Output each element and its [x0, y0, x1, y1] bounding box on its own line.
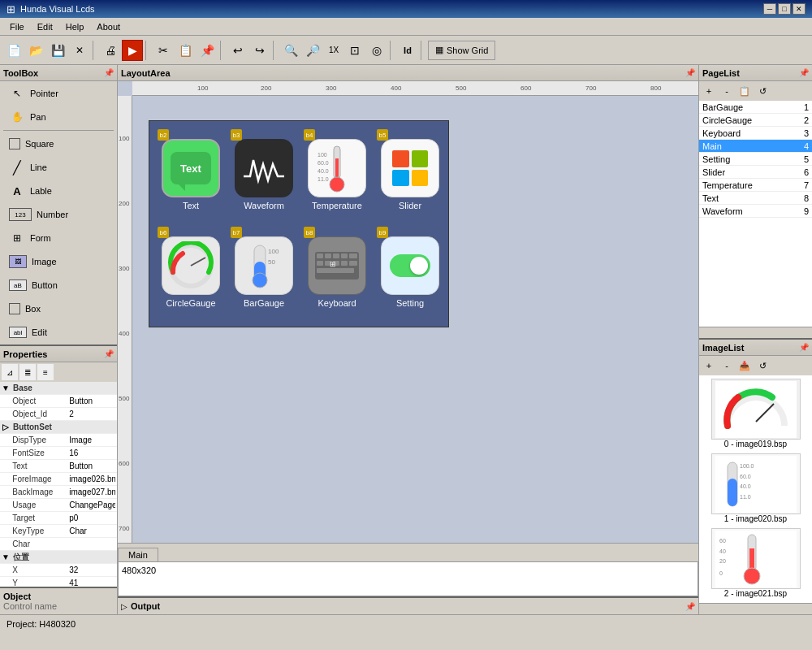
pagelist-row[interactable]: Keyboard3 [699, 127, 812, 140]
new-button[interactable]: 📄 [3, 40, 24, 61]
menu-edit[interactable]: Edit [31, 20, 59, 33]
circle-icon-label: CircleGauge [166, 298, 215, 308]
svg-line-8 [191, 258, 205, 266]
image-item-1[interactable]: 100.0 60.0 40.0 11.0 1 - image020.bsp [702, 453, 809, 523]
tool-edit[interactable]: abl Edit [2, 321, 115, 344]
zoom-1x-button[interactable]: 1X [324, 40, 343, 61]
tool-box[interactable]: Box [2, 297, 115, 320]
layout-content[interactable]: 100 200 300 400 500 600 700 800 100 200 … [118, 81, 698, 543]
paste-button[interactable]: 📌 [197, 40, 218, 61]
pagelist-scrollbar[interactable] [699, 327, 812, 338]
tool-form[interactable]: ⊞ Form [2, 227, 115, 249]
target-row[interactable]: Target p0 [0, 512, 117, 525]
zoom-fit-button[interactable]: ⊡ [344, 40, 365, 61]
keytype-row[interactable]: KeyType Char [0, 525, 117, 538]
toggle-switch [390, 254, 430, 277]
app-icon-circlegauge[interactable]: b6 CircleG [154, 223, 227, 321]
app-icon-temperature[interactable]: b4 100 60.0 [300, 126, 374, 223]
minimize-button[interactable]: ─ [763, 3, 776, 15]
object-row[interactable]: Object Button [0, 395, 117, 408]
il-add-btn[interactable]: + [701, 358, 717, 374]
app-icon-slider[interactable]: b5 [374, 126, 447, 223]
zoom-search-button[interactable]: ◎ [366, 40, 387, 61]
print-button[interactable]: 🖨 [100, 40, 121, 61]
disptype-row[interactable]: DispType Image [0, 434, 117, 447]
pagelist-row[interactable]: Temperature7 [699, 179, 812, 192]
tool-pointer[interactable]: ↖ Pointer [2, 82, 115, 105]
zoom-out-button[interactable]: 🔎 [302, 40, 323, 61]
show-grid-button[interactable]: ▦ Show Grid [428, 41, 495, 60]
props-category-btn[interactable]: ≣ [19, 364, 36, 380]
foreimage-row[interactable]: ForeImage image026.bmp [0, 473, 117, 486]
app-icon-setting[interactable]: b9 Setting [374, 223, 447, 321]
undo-button[interactable]: ↩ [227, 40, 248, 61]
text-row[interactable]: Text Button [0, 460, 117, 473]
menu-help[interactable]: Help [59, 20, 91, 33]
save-button[interactable]: 💾 [47, 40, 68, 61]
app-icon-keyboard[interactable]: b8 [300, 223, 374, 321]
pl-refresh-btn[interactable]: ↺ [754, 83, 771, 99]
pagelist-row[interactable]: Waveform9 [699, 205, 812, 218]
app-icon-waveform[interactable]: b3 Waveform [227, 126, 300, 223]
pagelist-pin[interactable]: 📌 [799, 68, 809, 77]
y-row[interactable]: Y 41 [0, 577, 117, 587]
props-alpha-btn[interactable]: ≡ [37, 364, 54, 380]
tool-image[interactable]: 🖼 Image [2, 250, 115, 273]
toolbox-pin[interactable]: 📌 [104, 68, 114, 77]
image-item-0[interactable]: 0 - image019.bsp [702, 379, 809, 448]
menu-about[interactable]: About [90, 20, 127, 33]
tool-button[interactable]: aB Button [2, 274, 115, 297]
titlebar: ⊞ Hunda Visual Lcds ─ □ ✕ [0, 0, 812, 18]
tool-line[interactable]: ╱ Line [2, 156, 115, 179]
layout-pin[interactable]: 📌 [685, 68, 695, 77]
copy-button[interactable]: 📋 [175, 40, 196, 61]
il-refresh-btn[interactable]: ↺ [754, 358, 771, 374]
id-button[interactable]: Id [397, 40, 418, 61]
pagelist-row[interactable]: Text8 [699, 192, 812, 205]
build-button[interactable]: ▶ [122, 40, 143, 61]
show-grid-label: Show Grid [447, 46, 488, 55]
menu-file[interactable]: File [3, 20, 31, 33]
tool-box-label: Box [25, 304, 41, 314]
properties-pin[interactable]: 📌 [104, 349, 114, 358]
redo-button[interactable]: ↪ [249, 40, 270, 61]
pagelist-row[interactable]: Main4 [699, 140, 812, 153]
open-button[interactable]: 📂 [25, 40, 46, 61]
imagelist-pin[interactable]: 📌 [799, 343, 809, 352]
fontsize-row[interactable]: FontSize 16 [0, 447, 117, 460]
tool-pan[interactable]: ✋ Pan [2, 106, 115, 128]
close-button[interactable]: ✕ [793, 3, 806, 15]
tool-number[interactable]: 123 Number [2, 203, 115, 226]
imagelist-scrollbar[interactable] [699, 603, 812, 614]
image-item-2[interactable]: 60 40 20 0 2 - image021.bsp [702, 528, 809, 598]
props-sort-btn[interactable]: ⊿ [2, 364, 18, 380]
backimage-row[interactable]: BackImage image027.bmp [0, 486, 117, 499]
il-remove-btn[interactable]: - [719, 358, 735, 374]
pl-copy-btn[interactable]: 📋 [736, 83, 753, 99]
il-import-btn[interactable]: 📥 [736, 358, 753, 374]
pagelist-row[interactable]: Slider6 [699, 166, 812, 179]
pl-remove-btn[interactable]: - [719, 83, 735, 99]
pagelist-row[interactable]: BarGauge1 [699, 101, 812, 114]
pagelist-row[interactable]: Setting5 [699, 153, 812, 166]
tool-label[interactable]: A Lable [2, 180, 115, 202]
app-icon-text[interactable]: b2 Text Text [154, 126, 227, 223]
app-icon-bargauge[interactable]: b7 100 50 [227, 223, 300, 321]
usage-row[interactable]: Usage ChangePage [0, 499, 117, 512]
object-id-row[interactable]: Object_Id 2 [0, 408, 117, 421]
char-row[interactable]: Char [0, 538, 117, 551]
zoom-in-button[interactable]: 🔍 [280, 40, 301, 61]
app-canvas[interactable]: b2 Text Text [149, 120, 449, 327]
pl-add-btn[interactable]: + [701, 83, 717, 99]
canvas-area[interactable]: b2 Text Text [132, 96, 698, 543]
pagelist-row[interactable]: CircleGauge2 [699, 114, 812, 127]
cut-button[interactable]: ✂ [153, 40, 174, 61]
close-doc-button[interactable]: ✕ [69, 40, 90, 61]
x-row[interactable]: X 32 [0, 564, 117, 577]
tab-main[interactable]: Main [118, 548, 158, 561]
svg-text:100.0: 100.0 [740, 463, 754, 469]
maximize-button[interactable]: □ [778, 3, 791, 15]
output-expand[interactable]: ▷ [121, 602, 127, 611]
tool-square[interactable]: Square [2, 132, 115, 155]
output-pin[interactable]: 📌 [685, 602, 695, 611]
